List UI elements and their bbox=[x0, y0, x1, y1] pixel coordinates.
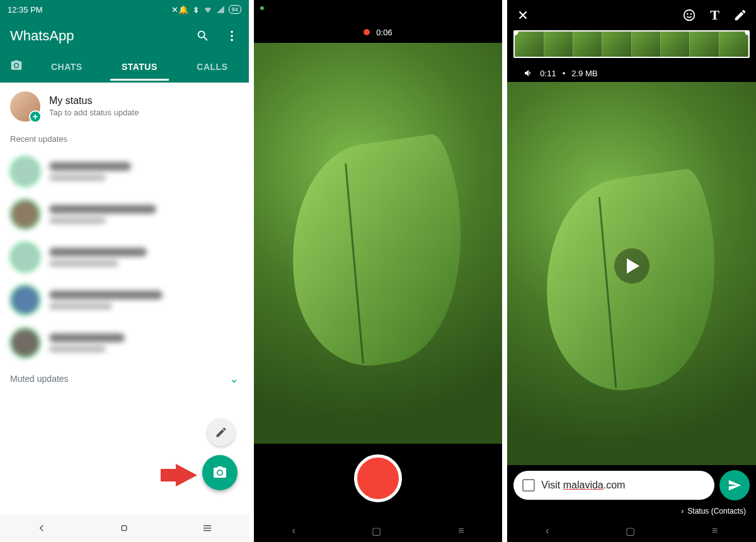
signal-icon bbox=[216, 5, 225, 14]
app-bar: WhatsApp bbox=[0, 19, 249, 50]
camera-tab-icon[interactable] bbox=[0, 50, 30, 83]
status-contact-row[interactable] bbox=[0, 150, 249, 193]
android-nav-bar: ‹ ▢ ≡ bbox=[254, 519, 503, 542]
camera-active-indicator bbox=[260, 6, 264, 10]
muted-updates-label: Muted updates bbox=[10, 374, 69, 384]
screen-camera-recording: 0:06 ‹ ▢ ≡ bbox=[254, 0, 503, 542]
instruction-arrow bbox=[176, 464, 197, 487]
app-title: WhatsApp bbox=[10, 28, 74, 44]
play-button[interactable] bbox=[614, 248, 650, 284]
nav-recent-icon[interactable] bbox=[202, 522, 213, 534]
nav-back-icon[interactable]: ‹ bbox=[546, 525, 549, 536]
svg-point-0 bbox=[231, 31, 233, 33]
nav-home-icon[interactable]: ▢ bbox=[626, 525, 635, 537]
dnd-icon: ✕🔔 bbox=[171, 5, 188, 14]
my-status-avatar: + bbox=[10, 91, 40, 122]
android-nav-bar bbox=[0, 514, 249, 542]
nav-recent-icon[interactable]: ≡ bbox=[712, 525, 718, 536]
video-trim-strip[interactable] bbox=[513, 30, 750, 58]
video-size: 2.9 MB bbox=[571, 69, 597, 78]
video-info-pill: 0:11 • 2.9 MB bbox=[516, 64, 756, 82]
caption-text: Visit malavida.com bbox=[541, 480, 625, 491]
recipients-row[interactable]: › Status (Contacts) bbox=[507, 505, 756, 519]
tab-status[interactable]: STATUS bbox=[103, 53, 176, 81]
nav-recent-icon[interactable]: ≡ bbox=[458, 525, 464, 536]
status-contact-row[interactable] bbox=[0, 279, 249, 321]
video-preview[interactable] bbox=[507, 82, 756, 465]
nav-home-icon[interactable]: ▢ bbox=[372, 525, 381, 537]
recording-timer-row: 0:06 bbox=[254, 21, 503, 43]
compose-text-status-fab[interactable] bbox=[207, 418, 235, 446]
recording-header bbox=[254, 0, 503, 21]
android-nav-bar: ‹ ▢ ≡ bbox=[507, 519, 756, 542]
record-shutter-button[interactable] bbox=[354, 454, 402, 502]
chevron-right-icon: › bbox=[681, 507, 684, 516]
android-statusbar: 12:35 PM ✕🔔 84 bbox=[0, 0, 249, 19]
recording-time: 0:06 bbox=[376, 28, 392, 37]
caption-row: Visit malavida.com bbox=[507, 465, 756, 505]
svg-point-6 bbox=[690, 13, 692, 14]
add-status-plus-icon: + bbox=[29, 110, 42, 123]
tab-bar: CHATS STATUS CALLS bbox=[0, 50, 249, 83]
statusbar-time: 12:35 PM bbox=[8, 5, 43, 14]
recipients-label: Status (Contacts) bbox=[687, 507, 746, 516]
svg-point-1 bbox=[231, 35, 233, 37]
add-media-icon[interactable] bbox=[522, 479, 535, 492]
battery-indicator: 84 bbox=[229, 5, 241, 14]
emoji-icon[interactable] bbox=[682, 8, 696, 22]
recording-dot-icon bbox=[364, 29, 370, 35]
status-contact-row[interactable] bbox=[0, 193, 249, 236]
draw-pencil-icon[interactable] bbox=[733, 8, 747, 22]
tab-chats[interactable]: CHATS bbox=[30, 53, 103, 81]
my-status-row[interactable]: + My status Tap to add status update bbox=[0, 83, 249, 130]
recent-updates-label: Recent updates bbox=[0, 130, 249, 150]
close-icon[interactable] bbox=[516, 8, 530, 22]
camera-status-fab[interactable] bbox=[202, 455, 238, 490]
more-icon[interactable] bbox=[225, 29, 239, 43]
wifi-icon bbox=[203, 5, 212, 14]
chevron-down-icon: ⌄ bbox=[229, 372, 239, 386]
volume-icon[interactable] bbox=[524, 68, 534, 78]
send-button[interactable] bbox=[719, 470, 750, 500]
my-status-subtitle: Tap to add status update bbox=[49, 108, 139, 117]
nav-home-icon[interactable] bbox=[118, 522, 130, 534]
svg-point-5 bbox=[687, 13, 688, 14]
bluetooth-icon bbox=[192, 6, 200, 13]
nav-back-icon[interactable] bbox=[36, 522, 47, 534]
my-status-title: My status bbox=[49, 95, 92, 106]
muted-updates-row[interactable]: Muted updates ⌄ bbox=[0, 364, 249, 393]
caption-input[interactable]: Visit malavida.com bbox=[513, 471, 714, 500]
preview-toolbar: T bbox=[507, 0, 756, 30]
text-tool-icon[interactable]: T bbox=[710, 7, 719, 23]
video-duration: 0:11 bbox=[540, 69, 556, 78]
camera-preview-image bbox=[254, 43, 503, 444]
search-icon[interactable] bbox=[196, 29, 210, 43]
camera-controls bbox=[254, 444, 503, 519]
camera-viewfinder[interactable] bbox=[254, 43, 503, 444]
svg-point-2 bbox=[231, 39, 233, 42]
tab-calls[interactable]: CALLS bbox=[176, 53, 249, 81]
screen-status-tab: 12:35 PM ✕🔔 84 WhatsApp CHATS STATUS CAL… bbox=[0, 0, 249, 542]
status-contact-row[interactable] bbox=[0, 236, 249, 279]
status-contact-row[interactable] bbox=[0, 321, 249, 364]
svg-rect-3 bbox=[122, 526, 127, 531]
svg-point-4 bbox=[684, 10, 695, 21]
nav-back-icon[interactable]: ‹ bbox=[292, 525, 295, 536]
screen-status-preview: T 0:11 • 2.9 MB Visit malavida.com bbox=[507, 0, 756, 542]
